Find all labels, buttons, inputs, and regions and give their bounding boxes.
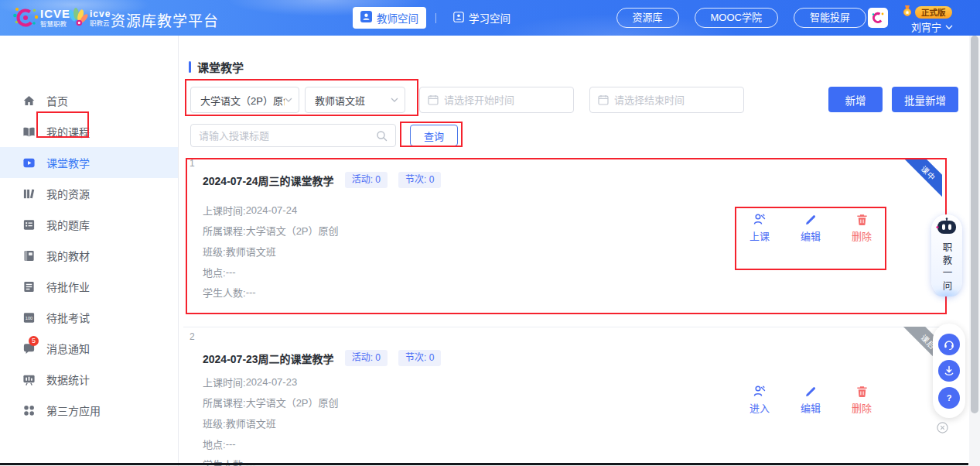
sidebar-item-home[interactable]: 首页 <box>0 85 178 116</box>
sidebar-item-label: 课堂教学 <box>46 155 90 170</box>
teacher-space-icon <box>360 11 372 25</box>
scrollbar-track[interactable] <box>969 36 980 466</box>
chevron-down-icon <box>391 98 398 102</box>
start-date-input[interactable] <box>444 94 565 106</box>
header-links: 资源库 MOOC学院 智能投屏 <box>616 8 866 28</box>
medal-icon <box>901 5 913 20</box>
field-class: 班级教师语文班 <box>203 413 339 433</box>
sidebar-item-label: 首页 <box>46 93 68 108</box>
window-bottom-edge <box>0 463 968 465</box>
close-toolbar-icon[interactable] <box>937 422 948 433</box>
my-resources-icon <box>22 187 36 200</box>
pending-exam-icon: 100 <box>22 310 36 324</box>
start-class-action[interactable]: 上课 <box>737 212 782 243</box>
sidebar-item-label: 待批考试 <box>46 310 90 325</box>
query-button[interactable]: 查询 <box>410 125 458 146</box>
sidebar-item-classroom-teaching[interactable]: 课堂教学 <box>0 147 178 178</box>
enter-class-action[interactable]: 进入 <box>737 384 782 415</box>
username: 刘宵宁 <box>911 19 941 34</box>
end-date-input[interactable] <box>614 94 736 106</box>
tab-teacher-space-label: 教师空间 <box>377 10 418 26</box>
app-title: 资源库教学平台 <box>111 9 219 30</box>
statistics-icon <box>22 372 36 386</box>
sidebar-item-pending-homework[interactable]: 待批作业 <box>0 271 178 302</box>
card-title-row: 2024-07-24周三的课堂教学 活动0 节次0 <box>203 172 441 188</box>
notification-icon: 5 <box>22 341 36 355</box>
assistant-widget[interactable]: 职教一问 <box>931 214 962 296</box>
edit-action[interactable]: 编辑 <box>788 384 833 415</box>
logo2-sub: 职教云 <box>90 20 111 27</box>
floating-toolbar: ? <box>933 324 965 418</box>
class-select[interactable]: 教师语文班 <box>305 87 405 113</box>
search-input[interactable] <box>199 130 371 142</box>
delete-icon <box>855 212 869 226</box>
assistant-label: 职教一问 <box>940 242 954 293</box>
add-button[interactable]: 新增 <box>828 87 883 112</box>
lesson-card-2: 2 2024-07-23周二的课堂教学 活动0 节次0 上课时间2024-07-… <box>179 330 969 466</box>
robot-icon <box>935 218 958 241</box>
help-icon[interactable]: ? <box>938 387 960 409</box>
card-actions: 上课 编辑 删除 <box>737 212 884 243</box>
card-fields: 上课时间2024-07-24 所属课程大学语文（2P）原创 班级教师语文班 地点… <box>203 200 339 303</box>
field-course: 所属课程大学语文（2P）原创 <box>203 221 339 242</box>
sidebar-item-my-resources[interactable]: 我的资源 <box>0 178 178 209</box>
sidebar-item-label: 我的题库 <box>46 217 90 232</box>
action-label: 编辑 <box>801 228 821 243</box>
sidebar-item-label: 我的资源 <box>46 186 90 201</box>
sidebar-item-third-party-apps[interactable]: 第三方应用 <box>0 395 178 426</box>
sidebar-item-question-bank[interactable]: 我的题库 <box>0 209 178 240</box>
enter-class-icon <box>753 384 767 398</box>
version-badge-row: 正式版 <box>901 5 952 20</box>
sidebar-item-textbooks[interactable]: 我的教材 <box>0 240 178 271</box>
action-label: 上课 <box>750 228 770 243</box>
delete-icon <box>855 384 869 398</box>
user-menu[interactable]: 刘宵宁 <box>911 19 953 34</box>
field-student-count: 学生人数--- <box>203 282 339 303</box>
learning-space-icon <box>453 12 464 25</box>
session-badge: 节次0 <box>398 172 441 188</box>
search-icon <box>376 130 388 142</box>
scrollbar-thumb[interactable] <box>971 36 978 413</box>
sidebar: 首页 我的课程 课堂教学 我的资源 我的题库 <box>0 36 178 466</box>
resource-library-link[interactable]: 资源库 <box>616 8 679 28</box>
delete-action[interactable]: 删除 <box>839 212 884 243</box>
download-icon[interactable] <box>938 360 960 382</box>
textbook-icon <box>22 248 36 262</box>
start-date-field[interactable] <box>419 87 574 113</box>
action-label: 编辑 <box>801 400 821 415</box>
section-title: 课堂教学 <box>189 59 244 75</box>
mooc-academy-link[interactable]: MOOC学院 <box>695 8 778 28</box>
field-class-time: 上课时间2024-07-24 <box>203 200 339 221</box>
version-badge: 正式版 <box>915 6 952 19</box>
sidebar-item-my-courses[interactable]: 我的课程 <box>0 116 178 147</box>
section-title-bar <box>189 61 191 73</box>
logo2-text: icve 职教云 <box>90 9 111 27</box>
question-bank-icon <box>22 218 36 231</box>
edit-action[interactable]: 编辑 <box>788 212 833 243</box>
end-date-field[interactable] <box>589 87 744 113</box>
session-badge: 节次0 <box>398 350 441 366</box>
tab-separator <box>435 13 436 23</box>
sidebar-item-label: 待批作业 <box>46 279 90 294</box>
sidebar-item-pending-exams[interactable]: 100 待批考试 <box>0 302 178 333</box>
smart-screen-link[interactable]: 智能投屏 <box>794 8 866 28</box>
sidebar-item-notifications[interactable]: 5 消息通知 <box>0 333 178 364</box>
action-label: 进入 <box>750 400 770 415</box>
field-class: 班级教师语文班 <box>203 241 339 262</box>
notification-count-badge: 5 <box>29 336 39 346</box>
support-icon[interactable] <box>938 334 960 355</box>
chevron-down-icon <box>945 25 953 29</box>
icve-mini-logo-icon[interactable] <box>868 8 888 28</box>
space-tabs: 教师空间 学习空间 <box>353 0 518 36</box>
sidebar-item-statistics[interactable]: 数据统计 <box>0 364 178 395</box>
course-select[interactable]: 大学语文（2P）原创 <box>190 87 299 113</box>
tab-learning-space[interactable]: 学习空间 <box>446 7 518 29</box>
ribbon-in-class: 课中 <box>903 158 942 198</box>
third-party-apps-icon <box>22 403 36 417</box>
batch-add-button[interactable]: 批量新增 <box>892 87 958 112</box>
page-root: ICVE 智慧职教 icve 职教云 资源库教学平台 教师空间 <box>0 0 980 466</box>
delete-action[interactable]: 删除 <box>839 384 884 415</box>
field-location: 地点--- <box>203 433 339 454</box>
search-field[interactable] <box>190 124 396 147</box>
tab-teacher-space[interactable]: 教师空间 <box>353 7 426 29</box>
